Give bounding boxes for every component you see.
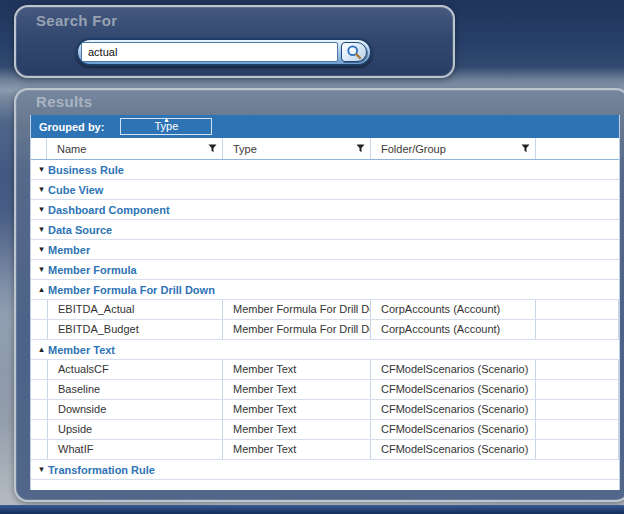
column-header-name[interactable]: Name (47, 138, 223, 159)
group-row-member-formula-for-drill-down[interactable]: ▴Member Formula For Drill Down (31, 280, 619, 300)
magnifier-icon (346, 44, 362, 60)
cell-folder-group: CFModelScenarios (Scenario) (371, 420, 536, 439)
table-row[interactable]: WhatIFMember TextCFModelScenarios (Scena… (31, 440, 619, 460)
cell-extra (536, 440, 619, 459)
cell-type: Member Formula For Drill Down (223, 320, 371, 339)
row-indent (31, 320, 47, 339)
cell-extra (536, 400, 619, 419)
cell-folder-group: CFModelScenarios (Scenario) (371, 400, 536, 419)
funnel-icon[interactable] (521, 144, 530, 153)
row-indent (31, 380, 47, 399)
row-indent (31, 300, 47, 319)
row-indicator-header (31, 138, 47, 159)
group-label: Member Formula (48, 264, 137, 276)
cell-name: ActualsCF (47, 360, 223, 379)
cell-folder-group: CFModelScenarios (Scenario) (371, 440, 536, 459)
group-label: Member Text (48, 344, 115, 356)
group-by-type-button[interactable]: ▲ Type (120, 118, 212, 135)
column-header-empty (536, 138, 619, 159)
expand-group-icon[interactable]: ▾ (35, 225, 48, 234)
column-header-type[interactable]: Type (223, 138, 371, 159)
bottom-bar (0, 505, 624, 514)
column-label: Folder/Group (381, 143, 521, 155)
cell-folder-group: CFModelScenarios (Scenario) (371, 360, 536, 379)
group-row-member-text[interactable]: ▴Member Text (31, 340, 619, 360)
group-label: Data Source (48, 224, 112, 236)
row-indent (31, 400, 47, 419)
cell-name: Upside (47, 420, 223, 439)
group-label: Business Rule (48, 164, 124, 176)
collapse-group-icon[interactable]: ▴ (35, 285, 48, 294)
results-panel-title: Results (36, 93, 92, 110)
cell-extra (536, 360, 619, 379)
funnel-icon[interactable] (208, 144, 217, 153)
group-label: Dashboard Component (48, 204, 170, 216)
cell-name: Downside (47, 400, 223, 419)
table-row[interactable]: EBITDA_ActualMember Formula For Drill Do… (31, 300, 619, 320)
cell-name: EBITDA_Budget (47, 320, 223, 339)
funnel-icon[interactable] (356, 144, 365, 153)
sort-ascending-icon: ▲ (163, 116, 170, 123)
expand-group-icon[interactable]: ▾ (35, 245, 48, 254)
expand-group-icon[interactable]: ▾ (35, 185, 48, 194)
results-grid: Grouped by: ▲ Type Name Type Folder (30, 115, 620, 490)
search-panel: Search For (14, 5, 455, 78)
cell-extra (536, 320, 619, 339)
column-label: Type (233, 143, 356, 155)
group-row-member-formula[interactable]: ▾Member Formula (31, 260, 619, 280)
collapse-group-icon[interactable]: ▴ (35, 345, 48, 354)
cell-extra (536, 420, 619, 439)
table-row[interactable]: EBITDA_BudgetMember Formula For Drill Do… (31, 320, 619, 340)
group-label: Cube View (48, 184, 103, 196)
cell-type: Member Text (223, 440, 371, 459)
group-label: Transformation Rule (48, 464, 155, 476)
row-indent (31, 420, 47, 439)
cell-folder-group: CorpAccounts (Account) (371, 300, 536, 319)
table-row[interactable]: BaselineMember TextCFModelScenarios (Sce… (31, 380, 619, 400)
search-input[interactable] (81, 42, 338, 62)
search-button[interactable] (341, 42, 367, 62)
column-label: Name (57, 143, 208, 155)
row-indent (31, 360, 47, 379)
group-row-transformation-rule[interactable]: ▾Transformation Rule (31, 460, 619, 480)
cell-folder-group: CorpAccounts (Account) (371, 320, 536, 339)
cell-name: EBITDA_Actual (47, 300, 223, 319)
column-header-row: Name Type Folder/Group (31, 138, 619, 160)
cell-folder-group: CFModelScenarios (Scenario) (371, 380, 536, 399)
group-row-member[interactable]: ▾Member (31, 240, 619, 260)
group-label: Member (48, 244, 90, 256)
group-row-cube-view[interactable]: ▾Cube View (31, 180, 619, 200)
group-by-bar: Grouped by: ▲ Type (31, 115, 619, 138)
cell-extra (536, 380, 619, 399)
group-row-data-source[interactable]: ▾Data Source (31, 220, 619, 240)
cell-name: WhatIF (47, 440, 223, 459)
grouped-by-label: Grouped by: (39, 121, 104, 133)
group-label: Member Formula For Drill Down (48, 284, 215, 296)
cell-type: Member Formula For Drill Down (223, 300, 371, 319)
results-panel: Results Grouped by: ▲ Type Name Type (14, 88, 624, 502)
cell-name: Baseline (47, 380, 223, 399)
table-body: ▾Business Rule▾Cube View▾Dashboard Compo… (31, 160, 619, 480)
cell-type: Member Text (223, 400, 371, 419)
table-row[interactable]: DownsideMember TextCFModelScenarios (Sce… (31, 400, 619, 420)
table-row[interactable]: UpsideMember TextCFModelScenarios (Scena… (31, 420, 619, 440)
column-header-folder-group[interactable]: Folder/Group (371, 138, 536, 159)
expand-group-icon[interactable]: ▾ (35, 205, 48, 214)
cell-type: Member Text (223, 420, 371, 439)
group-row-business-rule[interactable]: ▾Business Rule (31, 160, 619, 180)
table-row[interactable]: ActualsCFMember TextCFModelScenarios (Sc… (31, 360, 619, 380)
search-box (76, 38, 372, 66)
group-row-dashboard-component[interactable]: ▾Dashboard Component (31, 200, 619, 220)
expand-group-icon[interactable]: ▾ (35, 265, 48, 274)
cell-type: Member Text (223, 360, 371, 379)
expand-group-icon[interactable]: ▾ (35, 465, 48, 474)
table-filler-row (31, 480, 619, 490)
cell-type: Member Text (223, 380, 371, 399)
row-indent (31, 440, 47, 459)
cell-extra (536, 300, 619, 319)
search-panel-title: Search For (36, 12, 117, 29)
expand-group-icon[interactable]: ▾ (35, 165, 48, 174)
